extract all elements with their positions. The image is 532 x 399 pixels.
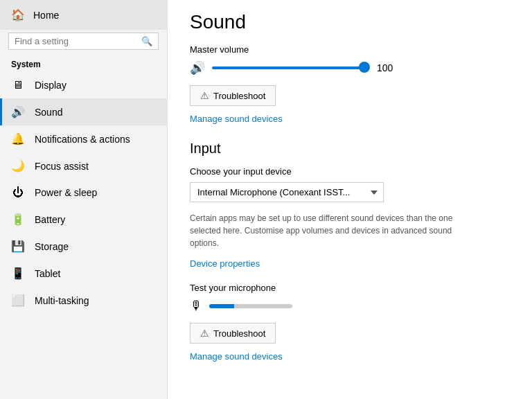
- tablet-icon: 📱: [11, 267, 25, 280]
- page-title: Sound: [190, 11, 510, 33]
- battery-icon: 🔋: [11, 213, 25, 226]
- sidebar-item-tablet[interactable]: 📱 Tablet: [0, 260, 167, 287]
- sidebar-item-multitasking[interactable]: ⬜ Multi-tasking: [0, 287, 167, 314]
- sidebar-item-label: Storage: [35, 241, 69, 252]
- display-icon: 🖥: [11, 79, 25, 91]
- input-device-select[interactable]: Internal Microphone (Conexant ISST...: [190, 182, 384, 202]
- speaker-icon: 🔊: [190, 60, 205, 76]
- notifications-icon: 🔔: [11, 132, 25, 145]
- volume-slider-thumb[interactable]: [359, 62, 370, 73]
- system-label: System: [0, 55, 167, 72]
- troubleshoot-button-2[interactable]: ⚠ Troubleshoot: [190, 323, 276, 344]
- sidebar-item-label: Display: [35, 80, 66, 91]
- manage-sound-devices-link[interactable]: Manage sound devices: [190, 114, 283, 124]
- sidebar-item-label: Focus assist: [35, 161, 89, 172]
- volume-slider-track: [212, 66, 364, 69]
- multitasking-icon: ⬜: [11, 294, 25, 307]
- sidebar-item-battery[interactable]: 🔋 Battery: [0, 206, 167, 233]
- sidebar-item-label: Multi-tasking: [35, 295, 89, 306]
- sidebar-item-sound[interactable]: 🔊 Sound: [0, 98, 167, 125]
- volume-row: 🔊 100: [190, 60, 510, 76]
- hint-text: Certain apps may be set up to use differ…: [190, 212, 481, 249]
- sidebar: 🏠 Home 🔍 System 🖥 Display 🔊 Sound 🔔 Noti…: [0, 0, 168, 399]
- main-content: Sound Master volume 🔊 100 ⚠ Troubleshoot…: [168, 0, 532, 399]
- sidebar-item-label: Power & sleep: [35, 187, 97, 198]
- mic-row: 🎙: [190, 299, 510, 313]
- input-section-title: Input: [190, 141, 510, 157]
- volume-value: 100: [377, 62, 393, 73]
- home-icon: 🏠: [11, 8, 25, 21]
- input-device-dropdown-row: Internal Microphone (Conexant ISST...: [190, 182, 510, 202]
- storage-icon: 💾: [11, 240, 25, 253]
- microphone-icon: 🎙: [190, 299, 202, 313]
- search-box[interactable]: 🔍: [8, 33, 159, 50]
- sidebar-item-notifications[interactable]: 🔔 Notifications & actions: [0, 125, 167, 152]
- sound-icon: 🔊: [11, 105, 25, 118]
- focus-icon: 🌙: [11, 159, 25, 172]
- sidebar-item-label: Battery: [35, 214, 65, 225]
- mic-level-bar: [209, 304, 292, 308]
- sidebar-item-label: Sound: [35, 107, 62, 118]
- sidebar-item-label: Tablet: [35, 268, 60, 279]
- sidebar-item-power[interactable]: ⏻ Power & sleep: [0, 179, 167, 206]
- device-properties-link[interactable]: Device properties: [190, 258, 260, 269]
- manage-sound-devices-link-2[interactable]: Manage sound devices: [190, 351, 283, 362]
- troubleshoot-button[interactable]: ⚠ Troubleshoot: [190, 85, 276, 106]
- test-mic-label: Test your microphone: [190, 283, 510, 293]
- sidebar-item-display[interactable]: 🖥 Display: [0, 72, 167, 98]
- troubleshoot-label: Troubleshoot: [213, 91, 265, 101]
- sidebar-item-storage[interactable]: 💾 Storage: [0, 233, 167, 260]
- warning-icon-2: ⚠: [200, 328, 209, 339]
- search-input[interactable]: [15, 36, 137, 46]
- master-volume-label: Master volume: [190, 44, 510, 55]
- warning-icon: ⚠: [200, 90, 209, 101]
- search-icon: 🔍: [141, 36, 152, 46]
- troubleshoot-label-2: Troubleshoot: [213, 328, 265, 339]
- power-icon: ⏻: [11, 186, 25, 199]
- home-label: Home: [33, 10, 59, 21]
- sidebar-item-focus[interactable]: 🌙 Focus assist: [0, 152, 167, 179]
- sidebar-item-label: Notifications & actions: [35, 134, 130, 145]
- sidebar-item-home[interactable]: 🏠 Home: [0, 0, 167, 30]
- input-device-label: Choose your input device: [190, 166, 510, 177]
